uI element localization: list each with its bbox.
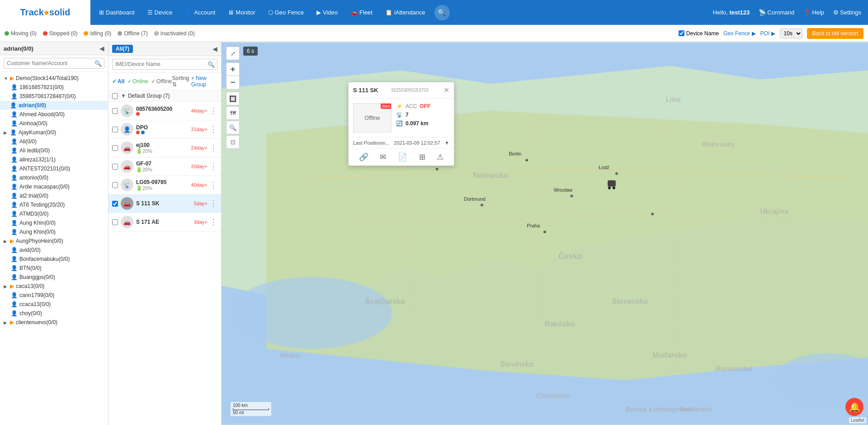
list-item[interactable]: ▶ ▶ clientenuevo(0/0): [0, 318, 108, 327]
help-link[interactable]: ❓ Help: [803, 9, 824, 16]
popup-link-btn[interactable]: 🔗: [359, 152, 368, 162]
status-offline[interactable]: Offline (7): [118, 30, 147, 37]
map-zoom-in-btn[interactable]: +: [226, 62, 240, 76]
sorting-btn[interactable]: Sorting ⇅: [172, 75, 191, 88]
table-row[interactable]: 🚗 GF-07 🔋20% 20day+ ⋮: [108, 157, 221, 176]
geo-fence-filter[interactable]: Geo Fence ▶: [723, 30, 756, 37]
list-item[interactable]: 👤 Aung Khin(0/0): [0, 227, 108, 236]
device-more-btn[interactable]: ⋮: [209, 143, 217, 153]
map-select-btn[interactable]: 🔲: [226, 92, 240, 105]
list-item[interactable]: ▶ ▶ caca13(0/0): [0, 282, 108, 291]
list-item[interactable]: ▶ 👤 AjayKumar(0/0): [0, 128, 108, 137]
device-more-btn[interactable]: ⋮: [209, 106, 217, 116]
device-more-btn[interactable]: ⋮: [209, 161, 217, 171]
popup-close-btn[interactable]: ✕: [443, 86, 449, 94]
map-fullscreen-btn[interactable]: ⤢: [226, 47, 240, 60]
device-name-toggle[interactable]: Device Name: [679, 30, 719, 37]
list-item[interactable]: 👤 at2 trial(0/0): [0, 191, 108, 200]
map-search-location-btn[interactable]: 🔍: [226, 121, 240, 134]
list-item[interactable]: 👤 antonio(0/0): [0, 173, 108, 182]
notification-bell[interactable]: 🔔: [845, 398, 863, 416]
list-item[interactable]: ▶ ▶ AungPhyoHein(0/0): [0, 236, 108, 246]
list-item[interactable]: 👤 Ardie macaspac(0/0): [0, 182, 108, 191]
table-row[interactable]: 🚗 S 111 SK 5day+ ⋮: [108, 194, 221, 213]
nav-item-account[interactable]: 👤 Account: [179, 0, 222, 25]
map-zoom-out-btn[interactable]: −: [226, 76, 240, 90]
table-row[interactable]: 📡 085763605200 46day+ ⋮: [108, 102, 221, 120]
map-cluster-btn[interactable]: ⊡: [226, 135, 240, 149]
list-item[interactable]: 👤 Ali(0/0): [0, 137, 108, 146]
group-checkbox[interactable]: [112, 93, 118, 99]
device-search-input[interactable]: [112, 59, 217, 70]
list-item[interactable]: 👤 Bonfacemabuku(0/0): [0, 255, 108, 264]
list-item[interactable]: 👤 Aung Khin(0/0): [0, 218, 108, 227]
back-old-version-button[interactable]: Back to old version: [807, 28, 863, 39]
filter-online-btn[interactable]: ✓Online: [127, 78, 148, 85]
filter-offline-btn[interactable]: ✓Offline: [151, 78, 172, 85]
nav-search-btn[interactable]: 🔍: [434, 5, 450, 20]
new-group-btn[interactable]: + New Group: [191, 75, 217, 88]
sidebar-search-input[interactable]: [4, 58, 104, 69]
table-row[interactable]: 🚗 S 171 AE 3day+ ⋮: [108, 213, 221, 231]
list-item[interactable]: 👤 Ahmed Abood(0/0): [0, 110, 108, 119]
list-item[interactable]: 👤 18616857821(0/0): [0, 83, 108, 92]
device-checkbox[interactable]: [112, 127, 118, 132]
status-idling[interactable]: Idling (0): [84, 30, 111, 37]
list-item[interactable]: ▼ ▶ Demo(Stock144/Total190): [0, 74, 108, 83]
poi-filter[interactable]: POI ▶: [760, 30, 775, 37]
expand-chevron[interactable]: ▼: [121, 93, 126, 99]
expand-chevron-down: ▼: [444, 140, 449, 146]
list-item[interactable]: 👤 adrian(0/0): [0, 101, 108, 110]
popup-grid-btn[interactable]: ⊞: [419, 152, 425, 162]
device-checkbox[interactable]: [112, 164, 118, 170]
device-checkbox[interactable]: [112, 201, 118, 207]
list-item[interactable]: 👤 ANTEST202101(0/0): [0, 164, 108, 173]
list-item[interactable]: 👤 BTN(0/0): [0, 264, 108, 273]
nav-item-device[interactable]: ☰ Device: [141, 0, 179, 25]
table-row[interactable]: 📡 LG05-09785 🔋20% 40day+ ⋮: [108, 176, 221, 194]
list-item[interactable]: 👤 alireza132(1/1): [0, 155, 108, 164]
nav-item-monitor[interactable]: 🖥 Monitor: [222, 0, 261, 25]
status-inactivated[interactable]: Inactivated (0): [154, 30, 195, 37]
settings-link[interactable]: ⚙ Settings: [833, 9, 861, 16]
list-item[interactable]: 👤 Buanggps(0/0): [0, 273, 108, 282]
device-name-checkbox[interactable]: [679, 30, 684, 36]
status-stopped[interactable]: Stopped (0): [43, 30, 78, 37]
list-item[interactable]: 👤 359857081728487(0/0): [0, 92, 108, 101]
map-layers-btn[interactable]: 🗺: [226, 106, 240, 120]
popup-doc-btn[interactable]: 📄: [398, 152, 407, 162]
nav-item-video[interactable]: ▶ Video: [310, 0, 344, 25]
device-checkbox[interactable]: [112, 108, 118, 114]
list-item[interactable]: 👤 Ali Iedib(0/0): [0, 146, 108, 155]
table-row[interactable]: 🚗 ej100 🔋20% 24day+ ⋮: [108, 139, 221, 157]
command-link[interactable]: 📡 Command: [759, 9, 794, 16]
list-item[interactable]: 👤 AT6 Testing(20/20): [0, 200, 108, 209]
list-item[interactable]: 👤 ATMD3(0/0): [0, 209, 108, 218]
popup-warning-btn[interactable]: ⚠: [437, 152, 443, 162]
nav-item-geofence[interactable]: ⬡ Geo Fence: [262, 0, 310, 25]
group-icon: ▶: [10, 238, 14, 244]
list-item[interactable]: 👤 ccaca13(0/0): [0, 300, 108, 309]
nav-item-fleet[interactable]: 🚗 Fleet: [344, 0, 379, 25]
list-item[interactable]: 👤 Ainhoa(0/0): [0, 119, 108, 128]
popup-email-btn[interactable]: ✉: [380, 152, 386, 162]
list-item[interactable]: 👤 avid(0/0): [0, 246, 108, 255]
nav-item-iattendance[interactable]: 📋 iAttendance: [379, 0, 432, 25]
device-more-btn[interactable]: ⋮: [209, 124, 217, 134]
device-checkbox[interactable]: [112, 219, 118, 225]
nav-item-dashboard[interactable]: ⊞ Dashboard: [93, 0, 141, 25]
list-item[interactable]: 👤 cann1799(0/0): [0, 291, 108, 300]
device-panel-collapse-btn[interactable]: ◀: [212, 45, 217, 52]
device-more-btn[interactable]: ⋮: [209, 180, 217, 190]
table-row[interactable]: 👤 DPO 31day+ ⋮: [108, 120, 221, 139]
list-item[interactable]: 👤 choy(0/0): [0, 309, 108, 318]
device-more-btn[interactable]: ⋮: [209, 217, 217, 227]
device-checkbox[interactable]: [112, 145, 118, 151]
device-more-btn[interactable]: ⋮: [209, 198, 217, 208]
filter-all-btn[interactable]: ✓All: [112, 78, 124, 85]
popup-position[interactable]: Last Positionin... 2021-03-09 12:02:57 ▼: [349, 137, 454, 148]
sidebar-collapse-btn[interactable]: ◀: [99, 45, 104, 52]
device-checkbox[interactable]: [112, 182, 118, 188]
status-moving[interactable]: Moving (0): [5, 30, 37, 37]
interval-select[interactable]: 10s30s1m5m: [780, 28, 802, 38]
